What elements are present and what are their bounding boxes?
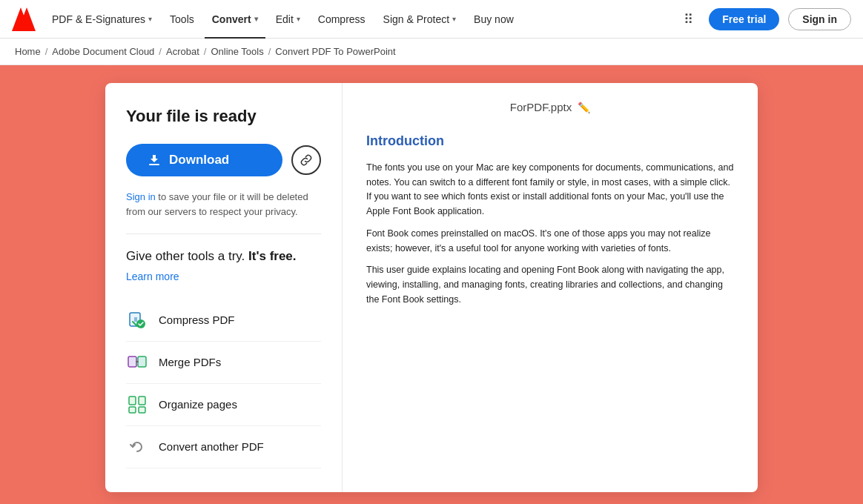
copy-link-button[interactable]	[291, 145, 321, 175]
main-card: Your file is ready Download	[105, 83, 758, 492]
action-row: Download	[126, 144, 321, 176]
sign-in-notice: Sign in to save your file or it will be …	[126, 190, 321, 219]
learn-more-link[interactable]: Learn more	[126, 271, 179, 282]
nav-item-pdf-esignatures[interactable]: PDF & E-Signatures ▾	[44, 10, 159, 28]
edit-filename-icon[interactable]: ✏️	[578, 102, 590, 113]
breadcrumb-sep: /	[204, 46, 207, 57]
tool-merge-pdfs[interactable]: Merge PDFs	[126, 342, 321, 384]
download-icon	[147, 153, 162, 168]
download-button[interactable]: Download	[126, 144, 282, 176]
navbar: PDF & E-Signatures ▾ Tools Convert ▾ Edi…	[0, 0, 863, 39]
nav-item-edit[interactable]: Edit ▾	[268, 10, 308, 28]
breadcrumb-sep: /	[268, 46, 271, 57]
breadcrumb: Home / Adobe Document Cloud / Acrobat / …	[0, 39, 863, 65]
breadcrumb-adobe-document-cloud[interactable]: Adobe Document Cloud	[52, 46, 154, 57]
breadcrumb-home[interactable]: Home	[15, 46, 41, 57]
filename-text: ForPDF.pptx	[510, 101, 572, 113]
nav-item-buy-now[interactable]: Buy now	[466, 10, 521, 28]
free-trial-button[interactable]: Free trial	[709, 8, 779, 30]
nav-item-convert[interactable]: Convert ▾	[205, 10, 265, 28]
convert-another-icon	[126, 436, 148, 458]
breadcrumb-current: Convert PDF To PowerPoint	[275, 46, 395, 57]
right-panel: ForPDF.pptx ✏️ Introduction The fonts yo…	[343, 83, 758, 492]
sign-in-link[interactable]: Sign in	[126, 191, 156, 202]
nav-item-sign-protect[interactable]: Sign & Protect ▾	[376, 10, 464, 28]
sign-in-button[interactable]: Sign in	[788, 8, 851, 30]
compress-pdf-icon	[126, 309, 148, 331]
nav-item-compress[interactable]: Compress	[311, 10, 373, 28]
tool-convert-another[interactable]: Convert another PDF	[126, 426, 321, 468]
svg-rect-7	[129, 397, 136, 405]
chevron-down-icon: ▾	[148, 15, 152, 23]
organize-pages-icon	[126, 394, 148, 416]
divider	[126, 233, 321, 234]
page-background: Your file is ready Download	[0, 65, 863, 504]
nav-item-tools[interactable]: Tools	[162, 10, 202, 28]
svg-rect-6	[138, 357, 146, 367]
chevron-down-icon: ▾	[452, 15, 456, 23]
tools-list: Compress PDF Merge PDFs	[126, 299, 321, 468]
breadcrumb-sep: /	[159, 46, 162, 57]
apps-grid-icon[interactable]: ⠿	[676, 7, 700, 31]
svg-rect-10	[139, 407, 145, 413]
preview-title: Introduction	[366, 131, 734, 152]
merge-pdfs-icon	[126, 351, 148, 374]
left-panel: Your file is ready Download	[105, 83, 343, 492]
tools-promo: Give other tools a try. It's free.	[126, 248, 321, 265]
file-ready-title: Your file is ready	[126, 107, 321, 126]
filename-bar: ForPDF.pptx ✏️	[366, 101, 734, 113]
chevron-down-icon: ▾	[297, 15, 300, 23]
preview-body: The fonts you use on your Mac are key co…	[366, 161, 734, 308]
breadcrumb-sep: /	[45, 46, 48, 57]
tool-organize-pages[interactable]: Organize pages	[126, 384, 321, 426]
breadcrumb-online-tools[interactable]: Online Tools	[211, 46, 263, 57]
tool-compress-pdf[interactable]: Compress PDF	[126, 299, 321, 342]
svg-rect-5	[128, 357, 136, 367]
svg-rect-2	[149, 164, 159, 165]
breadcrumb-acrobat[interactable]: Acrobat	[166, 46, 199, 57]
svg-rect-8	[139, 397, 145, 405]
link-icon	[300, 153, 313, 167]
adobe-logo[interactable]	[12, 7, 36, 31]
chevron-down-icon: ▾	[254, 15, 258, 23]
svg-rect-9	[129, 407, 136, 413]
preview-content: Introduction The fonts you use on your M…	[366, 131, 734, 474]
